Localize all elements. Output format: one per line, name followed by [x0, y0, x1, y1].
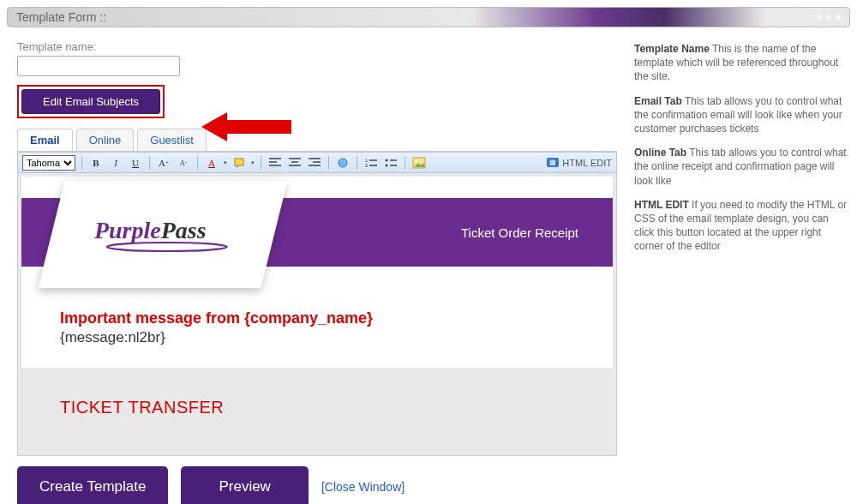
message-token-line: {message:nl2br} [60, 329, 574, 346]
font-color-icon[interactable]: A [204, 155, 219, 171]
template-name-label: Template name: [17, 40, 617, 53]
help-template-name-title: Template Name [634, 43, 710, 55]
svg-point-8 [416, 159, 418, 162]
receipt-title: Ticket Order Receipt [461, 225, 578, 240]
align-right-icon[interactable] [307, 155, 322, 171]
editor-content-area[interactable]: Ticket Order Receipt PurplePass Importan… [17, 173, 617, 456]
window-title: Template Form :: [16, 10, 106, 24]
template-name-input[interactable] [17, 56, 180, 76]
create-template-button[interactable]: Create Template [17, 466, 168, 504]
logo-text-purple: Purple [94, 217, 161, 243]
help-email-tab-title: Email Tab [634, 95, 682, 107]
ordered-list-icon[interactable]: 12 [363, 155, 379, 171]
window-dots [817, 15, 841, 20]
italic-icon[interactable]: I [108, 155, 123, 171]
align-center-icon[interactable] [287, 155, 303, 171]
tab-online[interactable]: Online [76, 129, 135, 151]
tab-email[interactable]: Email [17, 129, 73, 151]
tab-guestlist[interactable]: Guestlist [137, 129, 207, 151]
window-title-bar: Template Form :: [7, 7, 850, 27]
svg-point-6 [386, 164, 388, 166]
svg-point-2 [339, 159, 347, 167]
ticket-transfer-heading: TICKET TRANSFER [60, 398, 574, 417]
edit-email-subjects-button[interactable]: Edit Email Subjects [21, 89, 160, 114]
tab-bar: Email Online Guestlist [17, 129, 617, 152]
html-edit-button[interactable]: ▦ HTML EDIT [547, 158, 612, 168]
help-panel: Template Name This is the name of the te… [634, 40, 850, 504]
font-decrease-icon[interactable]: A- [176, 155, 191, 171]
editor-toolbar: Tahoma B I U A+ A- A ▾ ▾ [17, 152, 617, 173]
link-icon[interactable] [335, 155, 351, 171]
logo-card: PurplePass [38, 181, 287, 288]
close-window-link[interactable]: [Close Window] [321, 480, 405, 494]
help-html-edit-title: HTML EDIT [634, 199, 689, 211]
font-family-select[interactable]: Tahoma [22, 155, 75, 171]
bold-icon[interactable]: B [88, 155, 104, 171]
html-badge-icon: ▦ [547, 158, 559, 167]
font-increase-icon[interactable]: A+ [156, 155, 171, 171]
svg-text:2: 2 [365, 163, 369, 168]
align-left-icon[interactable] [267, 155, 283, 171]
svg-point-5 [386, 159, 388, 161]
help-online-tab-title: Online Tab [634, 147, 686, 159]
edit-subjects-highlight: Edit Email Subjects [17, 85, 165, 118]
image-icon[interactable] [411, 155, 427, 171]
svg-point-9 [107, 243, 227, 251]
important-message-line: Important message from {company_name} [60, 309, 574, 327]
preview-button[interactable]: Preview [181, 466, 308, 504]
highlight-icon[interactable] [231, 155, 247, 171]
logo-text-pass: Pass [161, 217, 207, 243]
svg-rect-1 [235, 159, 243, 165]
underline-icon[interactable]: U [128, 155, 143, 171]
unordered-list-icon[interactable] [383, 155, 399, 171]
